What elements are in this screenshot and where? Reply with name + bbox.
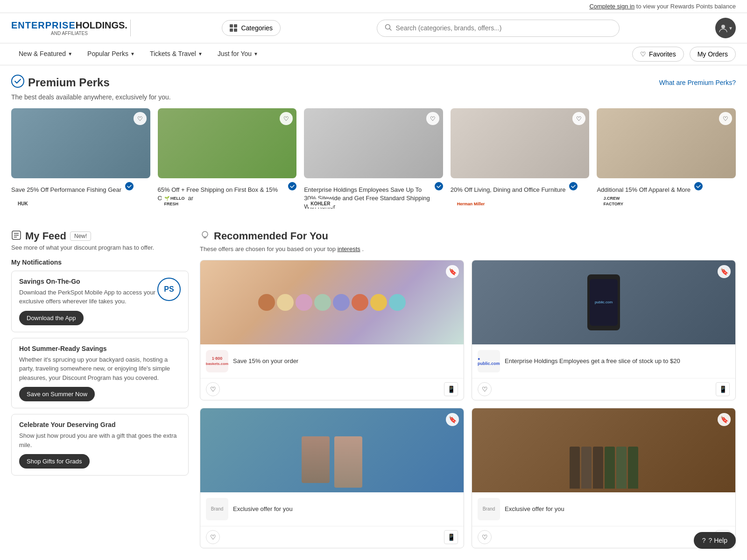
perk-favorite-button-herman-miller[interactable]: ♡: [572, 112, 585, 125]
user-account-button[interactable]: ▼: [715, 18, 736, 38]
rec-image-women: 🔖: [200, 408, 464, 492]
rec-desc-1800baskets: Save 15% on your order: [233, 357, 458, 364]
rec-card-1800baskets[interactable]: 🔖 1·800baskets.com Save 15% on your orde…: [200, 260, 464, 400]
my-notifications-title: My Notifications: [11, 259, 189, 266]
svg-point-13: [202, 231, 208, 237]
search-input[interactable]: [396, 24, 612, 32]
my-feed-header: My Feed New!: [11, 230, 189, 242]
premium-perks-section: Premium Perks What are Premium Perks? Th…: [11, 75, 736, 211]
perk-check-icon-fishing: [125, 182, 134, 192]
my-feed-title: My Feed: [25, 230, 66, 242]
logo-text: ENTERPRISEHOLDINGS. AND AFFILIATES: [11, 20, 127, 36]
question-mark-icon: ?: [702, 537, 706, 544]
svg-point-5: [288, 182, 296, 190]
perk-favorite-button-hellofresh[interactable]: ♡: [280, 112, 293, 125]
nav-item-popular-perks[interactable]: Popular Perks ▼: [80, 43, 142, 65]
chevron-down-icon: ▼: [130, 51, 135, 56]
favorites-label: Favorites: [649, 50, 676, 58]
nav-item-just-for-you[interactable]: Just for You ▼: [210, 43, 266, 65]
rec-image-bottles: 🔖: [472, 408, 735, 492]
rec-footer-women: ♡ 📱: [200, 526, 464, 548]
chevron-down-icon: ▼: [728, 26, 733, 31]
nav-right: ♡ Favorites My Orders: [632, 47, 736, 62]
logo: ENTERPRISEHOLDINGS. AND AFFILIATES: [11, 20, 134, 36]
nav-bar: New & Featured ▼ Popular Perks ▼ Tickets…: [0, 43, 747, 65]
perk-favorite-button-jcrew[interactable]: ♡: [719, 112, 732, 125]
perk-check-icon-herman-miller: [569, 182, 578, 192]
premium-perks-heading: Premium Perks: [28, 76, 110, 89]
feed-card-title-savings: Savings On-The-Go: [19, 278, 157, 285]
perks-grid: ♡ HUK Save 25% Off Performance Fishing G…: [11, 108, 736, 211]
rec-subtitle-text: These offers are chosen for you based on…: [200, 245, 336, 252]
what-are-premium-perks-link[interactable]: What are Premium Perks?: [659, 79, 736, 86]
perk-card-herman-miller[interactable]: ♡ Herman Miller 20% Off Living, Dining a…: [451, 108, 590, 211]
svg-line-1: [389, 28, 391, 30]
save-summer-button[interactable]: Save on Summer Now: [19, 387, 95, 401]
rec-share-button-1800baskets[interactable]: 📱: [444, 382, 458, 396]
feed-icon: [11, 230, 21, 242]
rec-tag-icon-1800baskets: 🔖: [446, 265, 459, 278]
rec-footer-1800baskets: ♡ 📱: [200, 378, 464, 400]
perk-title-fishing: Save 25% Off Performance Fishing Gear: [11, 186, 121, 194]
perk-card-fishing[interactable]: ♡ HUK Save 25% Off Performance Fishing G…: [11, 108, 150, 211]
feed-card-text-savings: Download the PerkSpot Mobile App to acce…: [19, 288, 157, 306]
feed-card-grad: Celebrate Your Deserving Grad Show just …: [11, 414, 189, 476]
top-notice: Complete sign in to view your Rewards Po…: [0, 0, 747, 13]
favorites-button[interactable]: ♡ Favorites: [632, 47, 684, 62]
perk-image-hellofresh: ♡ 🌱 HELLOFRESH: [158, 108, 297, 178]
perk-card-kohler[interactable]: ♡ KOHLER Enterprise Holdings Employees S…: [304, 108, 443, 211]
recommended-section: Recommended For You These offers are cho…: [200, 230, 736, 548]
rec-card-women[interactable]: 🔖 Brand Exclusive offer for you ♡: [200, 408, 464, 548]
rec-grid: 🔖 1·800baskets.com Save 15% on your orde…: [200, 260, 736, 548]
categories-button[interactable]: Categories: [222, 20, 281, 36]
rec-favorite-button-1800baskets[interactable]: ♡: [206, 382, 220, 396]
search-icon: [385, 24, 392, 33]
download-app-button[interactable]: Download the App: [19, 311, 84, 325]
my-orders-label: My Orders: [698, 50, 728, 58]
logo-divider: [130, 20, 131, 36]
rec-favorite-button-women[interactable]: ♡: [206, 530, 220, 544]
rec-card-body-1800baskets: 1·800baskets.com Save 15% on your order: [200, 344, 464, 378]
perk-favorite-button-fishing[interactable]: ♡: [134, 112, 147, 125]
grid-icon: [230, 24, 237, 32]
chevron-down-icon: ▼: [68, 51, 72, 56]
rec-card-body-women: Brand Exclusive offer for you: [200, 492, 464, 526]
rec-favorite-button-bottles[interactable]: ♡: [478, 530, 492, 544]
my-feed-subtitle: See more of what your discount program h…: [11, 244, 189, 251]
feed-card-header-savings: Savings On-The-Go Download the PerkSpot …: [19, 278, 181, 325]
my-orders-button[interactable]: My Orders: [690, 47, 736, 62]
premium-perks-title-group: Premium Perks: [11, 75, 110, 91]
perk-logo-herman-miller: Herman Miller: [454, 199, 488, 208]
shop-gifts-button[interactable]: Shop Gifts for Grads: [19, 454, 90, 469]
nav-item-tickets-travel[interactable]: Tickets & Travel ▼: [142, 43, 210, 65]
rec-favorite-button-public[interactable]: ♡: [478, 382, 492, 396]
perk-image-kohler: ♡ KOHLER: [304, 108, 443, 178]
help-button[interactable]: ? ? Help: [694, 532, 736, 549]
perk-title-herman-miller: 20% Off Living, Dining and Office Furnit…: [451, 186, 566, 194]
svg-point-3: [12, 75, 24, 87]
main-content: Premium Perks What are Premium Perks? Th…: [0, 65, 747, 558]
rec-subtitle: These offers are chosen for you based on…: [200, 245, 736, 252]
perk-card-hellofresh[interactable]: ♡ 🌱 HELLOFRESH 65% Off + Free Shipping o…: [158, 108, 297, 211]
categories-label: Categories: [241, 24, 273, 32]
rec-desc-women: Exclusive offer for you: [233, 505, 458, 512]
nav-item-new-featured[interactable]: New & Featured ▼: [11, 43, 80, 65]
perk-check-icon-jcrew: [694, 182, 703, 192]
top-notice-text: to view your Rewards Points balance: [636, 3, 736, 10]
rec-subtitle-end: .: [362, 245, 364, 252]
interests-link[interactable]: interests: [338, 245, 360, 252]
perk-favorite-button-kohler[interactable]: ♡: [426, 112, 439, 125]
perk-card-jcrew[interactable]: ♡ J.CREWFACTORY Additional 15% Off Appar…: [597, 108, 736, 211]
perk-check-icon-hellofresh: [288, 182, 296, 192]
rec-card-bottles[interactable]: 🔖 Brand E: [472, 408, 736, 548]
rec-desc-public: Enterprise Holdings Employees get a free…: [505, 357, 730, 364]
nav-label-popular-perks: Popular Perks: [87, 50, 128, 57]
perk-logo-huk: HUK: [15, 199, 31, 208]
sign-in-link[interactable]: Complete sign in: [589, 3, 634, 10]
nav-label-tickets-travel: Tickets & Travel: [150, 50, 196, 57]
header: ENTERPRISEHOLDINGS. AND AFFILIATES Categ…: [0, 13, 747, 43]
rec-card-public[interactable]: public.com 🔖 ● public.com Enterprise Hol…: [472, 260, 736, 400]
rec-share-button-public[interactable]: 📱: [716, 382, 730, 396]
rec-logo-1800baskets: 1·800baskets.com: [206, 350, 228, 372]
rec-share-button-women[interactable]: 📱: [444, 530, 458, 544]
